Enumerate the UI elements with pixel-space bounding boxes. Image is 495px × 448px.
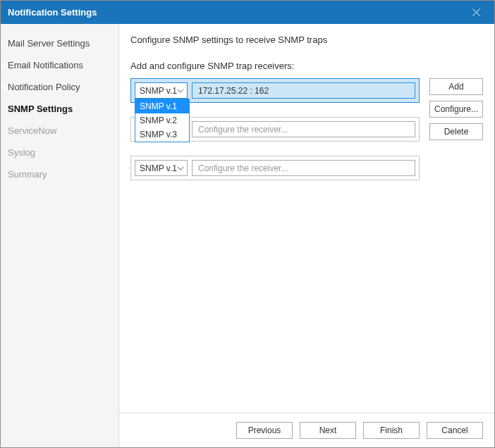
wizard-footer: Previous Next Finish Cancel	[119, 413, 494, 447]
page-heading: Configure SNMP settings to receive SNMP …	[130, 35, 483, 45]
receivers-list: SNMP v.1 SNMP v.1 SNMP v.2 SNMP v.3	[130, 78, 420, 180]
configure-button[interactable]: Configure...	[429, 101, 483, 118]
close-icon	[472, 8, 480, 16]
snmp-version-select[interactable]: SNMP v.1	[135, 160, 188, 176]
sidebar-item-syslog: Syslog	[1, 142, 118, 163]
dropdown-option[interactable]: SNMP v.2	[135, 113, 189, 127]
chevron-down-icon	[177, 89, 184, 93]
window-title: Notification Settings	[8, 7, 465, 18]
receiver-row[interactable]: SNMP v.1 SNMP v.1 SNMP v.2 SNMP v.3	[130, 78, 420, 103]
chevron-down-icon	[177, 166, 184, 170]
receiver-input[interactable]	[192, 160, 415, 176]
cancel-button[interactable]: Cancel	[427, 422, 483, 439]
add-button[interactable]: Add	[429, 78, 483, 95]
receiver-row[interactable]: SNMP v.1	[130, 156, 420, 180]
sidebar-item-notification-policy[interactable]: Notification Policy	[1, 76, 118, 98]
receiver-input[interactable]	[192, 121, 415, 137]
content-area: Configure SNMP settings to receive SNMP …	[119, 24, 494, 447]
previous-button[interactable]: Previous	[236, 422, 293, 439]
action-buttons: Add Configure... Delete	[429, 78, 483, 140]
notification-settings-window: Notification Settings Mail Server Settin…	[0, 0, 495, 448]
sidebar: Mail Server Settings Email Notifications…	[1, 24, 119, 447]
next-button[interactable]: Next	[300, 422, 356, 439]
sidebar-item-servicenow: ServiceNow	[1, 120, 118, 142]
snmp-version-dropdown: SNMP v.1 SNMP v.2 SNMP v.3	[135, 99, 190, 142]
finish-button[interactable]: Finish	[363, 422, 420, 439]
page-subheading: Add and configure SNMP trap receivers:	[130, 61, 483, 71]
receiver-input[interactable]	[192, 82, 415, 99]
snmp-version-value: SNMP v.1	[140, 86, 177, 96]
sidebar-item-snmp-settings[interactable]: SNMP Settings	[1, 98, 118, 120]
titlebar: Notification Settings	[1, 1, 494, 24]
sidebar-item-mail-server[interactable]: Mail Server Settings	[1, 32, 118, 54]
receivers-area: SNMP v.1 SNMP v.1 SNMP v.2 SNMP v.3	[130, 78, 483, 180]
dialog-body: Mail Server Settings Email Notifications…	[1, 24, 494, 447]
close-button[interactable]	[465, 1, 487, 24]
snmp-version-select[interactable]: SNMP v.1 SNMP v.1 SNMP v.2 SNMP v.3	[135, 82, 188, 99]
snmp-version-value: SNMP v.1	[140, 163, 177, 173]
content-inner: Configure SNMP settings to receive SNMP …	[119, 24, 494, 413]
delete-button[interactable]: Delete	[429, 123, 483, 140]
dropdown-option[interactable]: SNMP v.3	[135, 127, 189, 142]
sidebar-item-email-notifications[interactable]: Email Notifications	[1, 54, 118, 76]
sidebar-item-summary: Summary	[1, 163, 118, 185]
dropdown-option[interactable]: SNMP v.1	[135, 99, 189, 113]
